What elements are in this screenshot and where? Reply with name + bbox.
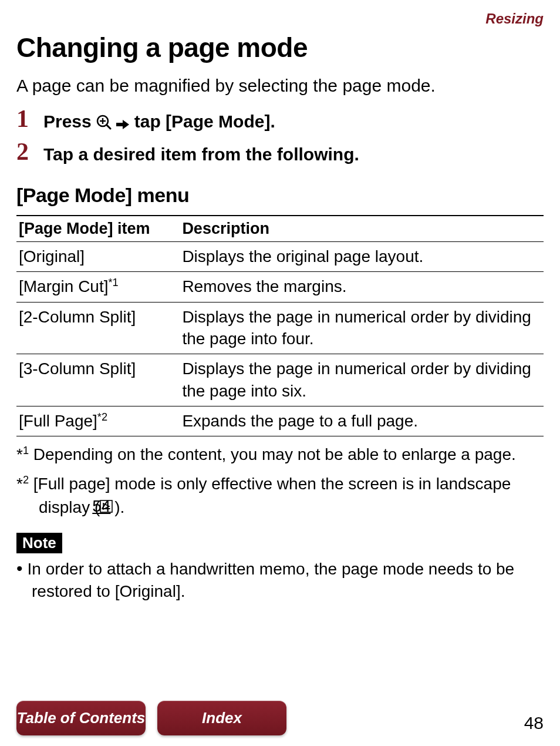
table-row: [Margin Cut]*1 Removes the margins. (16, 272, 544, 302)
footnote-2: *2 [Full page] mode is only effective wh… (16, 473, 544, 519)
step-2: 2 Tap a desired item from the following. (16, 139, 544, 167)
step-number: 2 (16, 139, 43, 164)
footnote-marker: * (16, 445, 23, 463)
magnify-plus-icon (96, 110, 112, 135)
step-1: 1 Press tap [Page Mode]. (16, 106, 544, 135)
note-label: Note (16, 533, 62, 553)
footnote-text: Depending on the content, you may not be… (29, 445, 516, 463)
mode-desc: Displays the page in numerical order by … (180, 302, 544, 354)
step-instruction: Tap a desired item from the following. (43, 139, 359, 167)
mode-desc: Displays the page in numerical order by … (180, 354, 544, 406)
footnote-text-after: ). (114, 498, 124, 516)
table-row: [3-Column Split] Displays the page in nu… (16, 354, 544, 406)
intro-text: A page can be magnified by selecting the… (16, 74, 544, 98)
mode-sup: *2 (97, 411, 107, 423)
step-text-before: Press (43, 112, 96, 131)
page-title: Changing a page mode (16, 32, 544, 63)
footer: Table of Contents Index 48 (16, 701, 544, 735)
table-row: [2-Column Split] Displays the page in nu… (16, 302, 544, 354)
table-row: [Full Page]*2 Expands the page to a full… (16, 406, 544, 436)
table-row: [Original] Displays the original page la… (16, 242, 544, 272)
menu-heading: [Page Mode] menu (16, 184, 544, 207)
mode-item: [Margin Cut] (19, 278, 109, 296)
step-instruction: Press tap [Page Mode]. (43, 106, 275, 135)
page-mode-table: [Page Mode] item Description [Original] … (16, 215, 544, 436)
mode-sup: *1 (109, 277, 119, 288)
footnote-1: *1 Depending on the content, you may not… (16, 443, 544, 466)
note-text: In order to attach a handwritten memo, t… (28, 560, 515, 601)
mode-desc: Expands the page to a full page. (180, 406, 544, 436)
page-reference[interactable]: 54 (100, 495, 114, 518)
footnote-sup: 2 (23, 474, 29, 486)
footnote-sup: 1 (23, 445, 29, 456)
toc-button[interactable]: Table of Contents (16, 701, 146, 735)
mode-item: [Original] (19, 248, 85, 266)
section-link[interactable]: Resizing (16, 11, 544, 27)
step-text-after: tap [Page Mode]. (129, 112, 275, 131)
mode-desc: Removes the margins. (180, 272, 544, 302)
arrow-right-icon (116, 110, 129, 135)
mode-item: [2-Column Split] (19, 308, 136, 326)
col-item: [Page Mode] item (16, 216, 180, 242)
mode-item: [Full Page] (19, 412, 97, 430)
table-header-row: [Page Mode] item Description (16, 216, 544, 242)
svg-marker-4 (116, 120, 129, 129)
page-number: 48 (524, 713, 544, 735)
svg-line-3 (107, 125, 110, 129)
footnote-marker: * (16, 475, 23, 493)
mode-item: [3-Column Split] (19, 360, 136, 378)
col-desc: Description (180, 216, 544, 242)
mode-desc: Displays the original page layout. (180, 242, 544, 272)
index-button[interactable]: Index (157, 701, 286, 735)
step-number: 1 (16, 106, 43, 131)
note-bullet: In order to attach a handwritten memo, t… (16, 557, 544, 603)
